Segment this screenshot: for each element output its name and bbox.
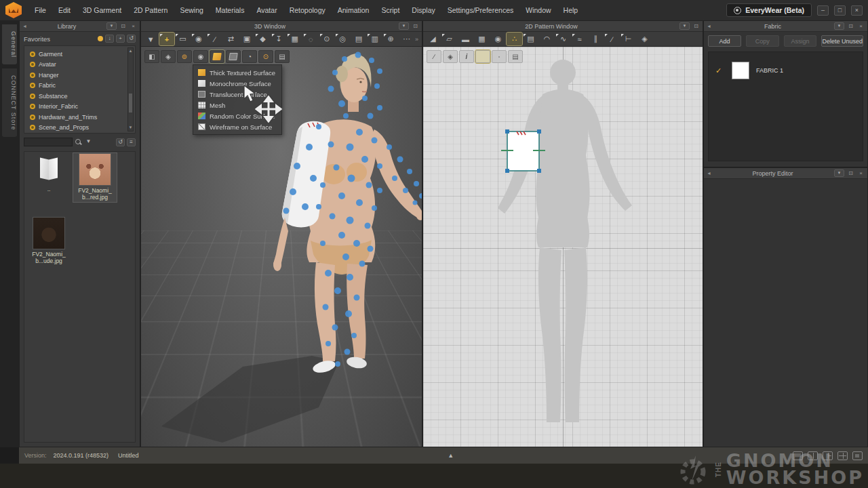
- avatar-texture-icon[interactable]: ⊙: [258, 50, 273, 63]
- library-item-scene-and-props[interactable]: Scene_and_Props: [30, 123, 125, 134]
- property-close-icon[interactable]: ×: [857, 170, 865, 176]
- file-item-naomi-red[interactable]: FV2_Naomi_ b...red.jpg: [73, 153, 117, 202]
- pin-2d-icon[interactable]: ◉: [490, 33, 506, 45]
- layout-mixed-view-icon[interactable]: [823, 451, 833, 460]
- tab-general[interactable]: General: [2, 24, 17, 64]
- 2d-window-dropdown-icon[interactable]: ▼: [679, 22, 690, 30]
- fabric-add-button[interactable]: Add: [708, 35, 741, 47]
- pin-icon[interactable]: ◉: [191, 33, 207, 45]
- measure-icon[interactable]: ▥: [367, 33, 382, 45]
- fabric-assign-button[interactable]: Assign: [784, 35, 817, 47]
- plotter-icon[interactable]: ▤: [508, 50, 523, 63]
- fabric-dropdown-icon[interactable]: ▼: [834, 22, 844, 30]
- flatten-icon[interactable]: ↧: [271, 33, 287, 45]
- menu-script[interactable]: Script: [375, 3, 406, 18]
- menu-item-thick-textured-surface[interactable]: Thick Textured Surface: [193, 67, 281, 78]
- show-avatar-icon[interactable]: ◉: [193, 50, 208, 63]
- menu-materials[interactable]: Materials: [210, 3, 251, 18]
- buttons-icon[interactable]: ⊕: [383, 33, 399, 45]
- simulate-icon[interactable]: ▼: [143, 33, 159, 45]
- library-item-fabric[interactable]: Fabric: [30, 81, 125, 92]
- swap-arrangement-icon[interactable]: ⇄: [223, 33, 239, 45]
- toolbar-overflow-icon[interactable]: »: [415, 36, 420, 43]
- solidify-icon[interactable]: ▤: [351, 33, 367, 45]
- menu-help[interactable]: Help: [557, 3, 585, 18]
- library-search-input[interactable]: [24, 138, 73, 146]
- menu-3d-garment[interactable]: 3D Garment: [77, 3, 127, 18]
- sync-pattern-icon[interactable]: ⊚: [177, 50, 192, 63]
- avatar-tape-icon[interactable]: ◆: [255, 33, 271, 45]
- fabric-close-icon[interactable]: ×: [857, 23, 865, 29]
- layout-quad-view-icon[interactable]: [837, 451, 848, 460]
- maximize-button[interactable]: □: [834, 5, 846, 16]
- list-view-icon[interactable]: ≡: [127, 138, 136, 146]
- grading-icon[interactable]: ▤: [523, 33, 538, 45]
- library-item-hardware-and-trims[interactable]: Hardware_and_Trims: [30, 112, 125, 123]
- pen-icon[interactable]: ∕: [427, 50, 441, 63]
- panel-pin-icon[interactable]: ◄: [707, 171, 711, 176]
- fabric-copy-button[interactable]: Copy: [746, 35, 779, 47]
- folder-up-item[interactable]: ..: [27, 156, 71, 192]
- select-move-icon[interactable]: +: [159, 33, 175, 45]
- transform-pattern-icon[interactable]: ▭: [175, 33, 191, 45]
- 2d-window-undock-icon[interactable]: ⊡: [692, 23, 700, 29]
- layout-single-view-icon[interactable]: [793, 451, 803, 460]
- library-add-icon[interactable]: +: [116, 35, 125, 43]
- segment-sewing-icon[interactable]: ∿: [555, 33, 571, 45]
- brush-icon[interactable]: ⊙: [319, 33, 335, 45]
- menu-settings-preferences[interactable]: Settings/Preferences: [441, 3, 519, 18]
- fold-arrangement-icon[interactable]: ▣: [239, 33, 255, 45]
- menu-2d-pattern[interactable]: 2D Pattern: [127, 3, 174, 18]
- show-garment-2d-icon[interactable]: ◈: [637, 33, 652, 45]
- edit-pattern-icon[interactable]: ▱: [441, 33, 457, 45]
- layout-custom-view-icon[interactable]: [852, 451, 863, 460]
- panel-pin-icon[interactable]: ◄: [22, 24, 27, 28]
- internal-line-icon[interactable]: ∕: [604, 33, 620, 45]
- transform-pattern-2d-icon[interactable]: ◢: [425, 33, 441, 45]
- grid-texture-icon[interactable]: ▦: [287, 33, 302, 45]
- free-sewing-icon[interactable]: ≈: [572, 33, 587, 45]
- add-rectangle-icon[interactable]: ▬: [458, 33, 473, 45]
- search-icon[interactable]: [75, 138, 82, 146]
- pattern-info-icon[interactable]: i: [459, 50, 474, 63]
- menu-retopology[interactable]: Retopology: [283, 3, 332, 18]
- menu-sewing[interactable]: Sewing: [174, 3, 209, 18]
- files-refresh-icon[interactable]: ↺: [116, 138, 125, 146]
- notch-icon[interactable]: ⊢: [620, 33, 636, 45]
- menu-item-wireframe-on-surface[interactable]: Wireframe on Surface: [193, 121, 281, 132]
- menu-item-monochrome-surface[interactable]: Monochrome Surface: [193, 78, 281, 89]
- stylus-icon[interactable]: ⋯: [399, 33, 415, 45]
- panel-pin-icon[interactable]: ◄: [707, 24, 711, 28]
- 3d-window-dropdown-icon[interactable]: ▼: [399, 22, 409, 30]
- library-close-icon[interactable]: ×: [130, 23, 137, 29]
- menu-file[interactable]: File: [28, 3, 52, 18]
- pleats-icon[interactable]: ∥: [588, 33, 604, 45]
- hide-garment-icon[interactable]: ◧: [144, 50, 159, 63]
- clo-logo-icon[interactable]: [5, 2, 22, 18]
- textured-pattern-icon[interactable]: [475, 50, 490, 63]
- library-refresh-icon[interactable]: ↺: [127, 35, 136, 43]
- garment-surface-mode-icon[interactable]: [210, 50, 224, 63]
- pattern-outline-icon[interactable]: ◈: [443, 50, 458, 63]
- library-item-interior-fabric[interactable]: Interior_Fabric: [30, 102, 125, 113]
- file-item-naomi-nude[interactable]: FV2_Naomi_ b...ude.jpg: [27, 217, 71, 264]
- library-item-garment[interactable]: Garment: [30, 49, 125, 60]
- iron-icon[interactable]: ◠: [539, 33, 555, 45]
- menu-window[interactable]: Window: [519, 3, 557, 18]
- fabric-list-item[interactable]: ✓ FABRIC 1: [709, 59, 863, 82]
- tab-connect-store[interactable]: CONNECT Store: [2, 68, 17, 137]
- search-filter-dropdown-icon[interactable]: ▼: [84, 138, 93, 146]
- property-dropdown-icon[interactable]: ▼: [834, 169, 844, 177]
- edit-texture-icon[interactable]: ∴: [507, 33, 522, 45]
- gizmo-icon[interactable]: ◎: [335, 33, 351, 45]
- show-garment-icon[interactable]: ◈: [161, 50, 176, 63]
- translucent-garment-icon[interactable]: [226, 50, 241, 63]
- menu-display[interactable]: Display: [406, 3, 441, 18]
- property-undock-icon[interactable]: ⊡: [847, 170, 854, 176]
- render-icon[interactable]: ▤: [275, 50, 290, 63]
- library-item-substance[interactable]: Substance: [30, 91, 125, 102]
- library-scrollbar[interactable]: ▲▼: [127, 47, 134, 131]
- translucent-pattern-icon[interactable]: [492, 50, 507, 63]
- close-button[interactable]: ×: [851, 5, 863, 16]
- fabric-undock-icon[interactable]: ⊡: [847, 23, 854, 29]
